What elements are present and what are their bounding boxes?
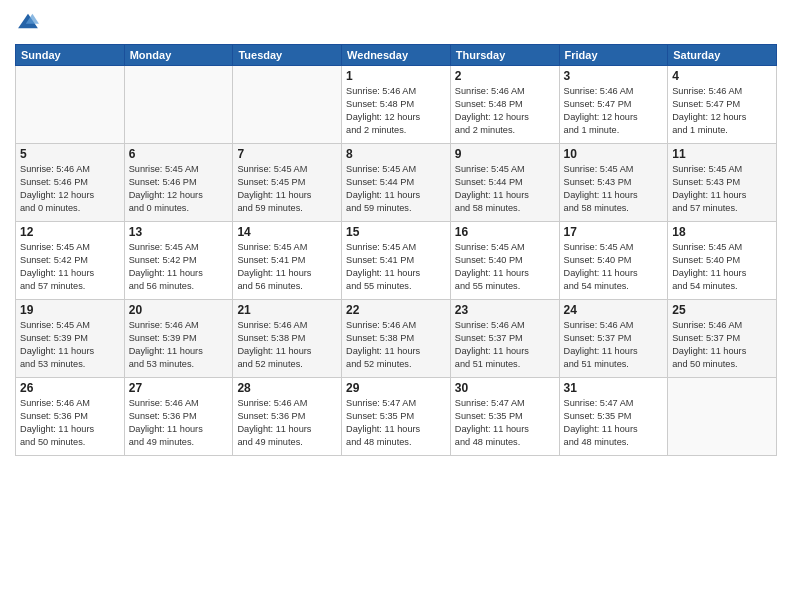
day-number: 7	[237, 147, 337, 161]
day-info: Sunrise: 5:46 AM Sunset: 5:37 PM Dayligh…	[564, 319, 664, 371]
calendar-cell: 16Sunrise: 5:45 AM Sunset: 5:40 PM Dayli…	[450, 222, 559, 300]
day-info: Sunrise: 5:46 AM Sunset: 5:36 PM Dayligh…	[237, 397, 337, 449]
day-info: Sunrise: 5:46 AM Sunset: 5:48 PM Dayligh…	[455, 85, 555, 137]
day-number: 10	[564, 147, 664, 161]
day-info: Sunrise: 5:45 AM Sunset: 5:43 PM Dayligh…	[564, 163, 664, 215]
day-info: Sunrise: 5:46 AM Sunset: 5:38 PM Dayligh…	[237, 319, 337, 371]
day-info: Sunrise: 5:45 AM Sunset: 5:42 PM Dayligh…	[20, 241, 120, 293]
calendar-cell	[124, 66, 233, 144]
day-number: 20	[129, 303, 229, 317]
day-info: Sunrise: 5:45 AM Sunset: 5:42 PM Dayligh…	[129, 241, 229, 293]
page: SundayMondayTuesdayWednesdayThursdayFrid…	[0, 0, 792, 612]
day-info: Sunrise: 5:46 AM Sunset: 5:46 PM Dayligh…	[20, 163, 120, 215]
calendar-header: SundayMondayTuesdayWednesdayThursdayFrid…	[16, 45, 777, 66]
day-header-sunday: Sunday	[16, 45, 125, 66]
calendar-cell: 9Sunrise: 5:45 AM Sunset: 5:44 PM Daylig…	[450, 144, 559, 222]
logo	[15, 10, 39, 36]
week-row: 1Sunrise: 5:46 AM Sunset: 5:48 PM Daylig…	[16, 66, 777, 144]
day-info: Sunrise: 5:46 AM Sunset: 5:36 PM Dayligh…	[129, 397, 229, 449]
calendar-cell: 21Sunrise: 5:46 AM Sunset: 5:38 PM Dayli…	[233, 300, 342, 378]
day-number: 1	[346, 69, 446, 83]
day-info: Sunrise: 5:45 AM Sunset: 5:40 PM Dayligh…	[564, 241, 664, 293]
calendar-cell: 13Sunrise: 5:45 AM Sunset: 5:42 PM Dayli…	[124, 222, 233, 300]
day-number: 14	[237, 225, 337, 239]
day-info: Sunrise: 5:45 AM Sunset: 5:41 PM Dayligh…	[237, 241, 337, 293]
day-number: 29	[346, 381, 446, 395]
header-row: SundayMondayTuesdayWednesdayThursdayFrid…	[16, 45, 777, 66]
calendar-table: SundayMondayTuesdayWednesdayThursdayFrid…	[15, 44, 777, 456]
calendar-cell: 26Sunrise: 5:46 AM Sunset: 5:36 PM Dayli…	[16, 378, 125, 456]
day-number: 28	[237, 381, 337, 395]
day-header-thursday: Thursday	[450, 45, 559, 66]
calendar-cell: 20Sunrise: 5:46 AM Sunset: 5:39 PM Dayli…	[124, 300, 233, 378]
day-header-tuesday: Tuesday	[233, 45, 342, 66]
calendar-cell: 19Sunrise: 5:45 AM Sunset: 5:39 PM Dayli…	[16, 300, 125, 378]
day-header-wednesday: Wednesday	[342, 45, 451, 66]
day-info: Sunrise: 5:46 AM Sunset: 5:47 PM Dayligh…	[672, 85, 772, 137]
calendar-cell	[16, 66, 125, 144]
calendar-cell: 28Sunrise: 5:46 AM Sunset: 5:36 PM Dayli…	[233, 378, 342, 456]
calendar-cell: 27Sunrise: 5:46 AM Sunset: 5:36 PM Dayli…	[124, 378, 233, 456]
calendar-cell: 2Sunrise: 5:46 AM Sunset: 5:48 PM Daylig…	[450, 66, 559, 144]
day-info: Sunrise: 5:45 AM Sunset: 5:39 PM Dayligh…	[20, 319, 120, 371]
calendar-cell: 30Sunrise: 5:47 AM Sunset: 5:35 PM Dayli…	[450, 378, 559, 456]
calendar-cell: 11Sunrise: 5:45 AM Sunset: 5:43 PM Dayli…	[668, 144, 777, 222]
day-info: Sunrise: 5:46 AM Sunset: 5:47 PM Dayligh…	[564, 85, 664, 137]
day-info: Sunrise: 5:45 AM Sunset: 5:40 PM Dayligh…	[455, 241, 555, 293]
day-number: 23	[455, 303, 555, 317]
day-info: Sunrise: 5:46 AM Sunset: 5:37 PM Dayligh…	[672, 319, 772, 371]
calendar-cell: 4Sunrise: 5:46 AM Sunset: 5:47 PM Daylig…	[668, 66, 777, 144]
calendar-body: 1Sunrise: 5:46 AM Sunset: 5:48 PM Daylig…	[16, 66, 777, 456]
day-info: Sunrise: 5:45 AM Sunset: 5:45 PM Dayligh…	[237, 163, 337, 215]
day-number: 12	[20, 225, 120, 239]
calendar-cell: 31Sunrise: 5:47 AM Sunset: 5:35 PM Dayli…	[559, 378, 668, 456]
day-number: 13	[129, 225, 229, 239]
day-number: 16	[455, 225, 555, 239]
week-row: 26Sunrise: 5:46 AM Sunset: 5:36 PM Dayli…	[16, 378, 777, 456]
calendar-cell: 24Sunrise: 5:46 AM Sunset: 5:37 PM Dayli…	[559, 300, 668, 378]
day-info: Sunrise: 5:45 AM Sunset: 5:44 PM Dayligh…	[346, 163, 446, 215]
day-info: Sunrise: 5:45 AM Sunset: 5:43 PM Dayligh…	[672, 163, 772, 215]
calendar-cell: 29Sunrise: 5:47 AM Sunset: 5:35 PM Dayli…	[342, 378, 451, 456]
calendar-cell: 23Sunrise: 5:46 AM Sunset: 5:37 PM Dayli…	[450, 300, 559, 378]
calendar-cell: 17Sunrise: 5:45 AM Sunset: 5:40 PM Dayli…	[559, 222, 668, 300]
day-header-monday: Monday	[124, 45, 233, 66]
day-info: Sunrise: 5:45 AM Sunset: 5:41 PM Dayligh…	[346, 241, 446, 293]
day-info: Sunrise: 5:46 AM Sunset: 5:39 PM Dayligh…	[129, 319, 229, 371]
day-number: 24	[564, 303, 664, 317]
day-info: Sunrise: 5:45 AM Sunset: 5:40 PM Dayligh…	[672, 241, 772, 293]
day-info: Sunrise: 5:46 AM Sunset: 5:36 PM Dayligh…	[20, 397, 120, 449]
day-info: Sunrise: 5:45 AM Sunset: 5:46 PM Dayligh…	[129, 163, 229, 215]
day-info: Sunrise: 5:46 AM Sunset: 5:48 PM Dayligh…	[346, 85, 446, 137]
logo-icon	[17, 10, 39, 32]
day-number: 17	[564, 225, 664, 239]
day-header-saturday: Saturday	[668, 45, 777, 66]
calendar-cell	[233, 66, 342, 144]
day-number: 5	[20, 147, 120, 161]
day-number: 25	[672, 303, 772, 317]
calendar-cell: 1Sunrise: 5:46 AM Sunset: 5:48 PM Daylig…	[342, 66, 451, 144]
calendar-cell: 25Sunrise: 5:46 AM Sunset: 5:37 PM Dayli…	[668, 300, 777, 378]
day-number: 27	[129, 381, 229, 395]
day-info: Sunrise: 5:45 AM Sunset: 5:44 PM Dayligh…	[455, 163, 555, 215]
calendar-cell: 5Sunrise: 5:46 AM Sunset: 5:46 PM Daylig…	[16, 144, 125, 222]
day-info: Sunrise: 5:47 AM Sunset: 5:35 PM Dayligh…	[564, 397, 664, 449]
header	[15, 10, 777, 36]
day-number: 26	[20, 381, 120, 395]
calendar-cell: 10Sunrise: 5:45 AM Sunset: 5:43 PM Dayli…	[559, 144, 668, 222]
day-number: 8	[346, 147, 446, 161]
week-row: 19Sunrise: 5:45 AM Sunset: 5:39 PM Dayli…	[16, 300, 777, 378]
day-number: 3	[564, 69, 664, 83]
calendar-cell: 3Sunrise: 5:46 AM Sunset: 5:47 PM Daylig…	[559, 66, 668, 144]
day-number: 30	[455, 381, 555, 395]
calendar-cell: 7Sunrise: 5:45 AM Sunset: 5:45 PM Daylig…	[233, 144, 342, 222]
calendar-cell: 12Sunrise: 5:45 AM Sunset: 5:42 PM Dayli…	[16, 222, 125, 300]
day-number: 21	[237, 303, 337, 317]
calendar-cell: 14Sunrise: 5:45 AM Sunset: 5:41 PM Dayli…	[233, 222, 342, 300]
week-row: 5Sunrise: 5:46 AM Sunset: 5:46 PM Daylig…	[16, 144, 777, 222]
day-info: Sunrise: 5:47 AM Sunset: 5:35 PM Dayligh…	[455, 397, 555, 449]
day-number: 15	[346, 225, 446, 239]
calendar-cell: 15Sunrise: 5:45 AM Sunset: 5:41 PM Dayli…	[342, 222, 451, 300]
day-number: 18	[672, 225, 772, 239]
day-info: Sunrise: 5:47 AM Sunset: 5:35 PM Dayligh…	[346, 397, 446, 449]
